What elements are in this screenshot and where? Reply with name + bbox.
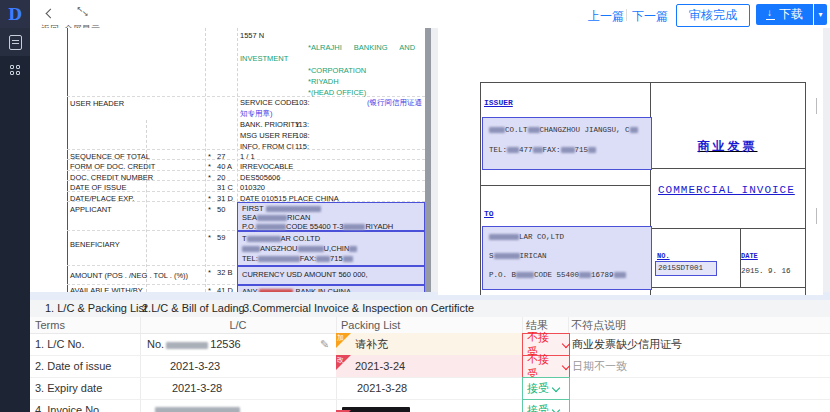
chevron-down-icon bbox=[562, 361, 570, 369]
edit-icon[interactable]: ✎ bbox=[320, 333, 329, 355]
remark-cell: 日期不一致 bbox=[572, 355, 627, 377]
lc-cell: 2021-3-23 bbox=[170, 355, 220, 377]
term-cell: 3. Expiry date bbox=[35, 377, 102, 399]
result-select[interactable]: 不接受 bbox=[522, 355, 570, 378]
document-icon bbox=[9, 35, 22, 50]
col-terms: Terms bbox=[35, 317, 65, 333]
chevron-down-icon bbox=[552, 383, 560, 391]
review-complete-button[interactable]: 审核完成 bbox=[676, 4, 750, 27]
sidebar: D bbox=[0, 0, 30, 412]
advising-bank-line1: *ALRAJHI BANKING AND bbox=[308, 43, 415, 52]
swift-lc-document[interactable]: 1557 N *ALRAJHI BANKING AND INVESTMENT *… bbox=[30, 28, 425, 292]
app-window: D 返回 全屏显示 上一篇 下一篇 审核完成 下载 ▾ bbox=[0, 0, 830, 412]
amount-label: AMOUNT (POS . /NEG . TOL . (%)) bbox=[70, 271, 188, 280]
bank-stamp-note: (银行间信用证通 bbox=[367, 98, 422, 108]
topbar: 返回 全屏显示 上一篇 下一篇 审核完成 下载 ▾ bbox=[30, 0, 830, 29]
sidebar-item-modules[interactable] bbox=[0, 56, 30, 84]
term-cell: 1. L/C No. bbox=[35, 333, 85, 355]
advising-bank-line5: *(HEAD OFFICE) bbox=[308, 88, 366, 97]
invoice-no-highlight[interactable]: 2015SDT001 bbox=[655, 261, 717, 276]
swift-table-border bbox=[67, 28, 68, 292]
link-divider bbox=[626, 9, 627, 21]
packing-cell: 加 请补充 bbox=[336, 333, 522, 355]
advising-bank-line3: *CORPORATION bbox=[308, 66, 366, 75]
applicant-highlight[interactable]: FIRST SEARICAN P.O.CODE 55400 T-3RIYADH bbox=[237, 202, 425, 231]
app-logo[interactable]: D bbox=[0, 0, 30, 28]
invoice-no-label: NO. bbox=[657, 252, 670, 260]
packing-cell: 改 2021-3-24 bbox=[336, 355, 522, 377]
result-select[interactable]: 接受 bbox=[522, 377, 570, 400]
invoice-date-label: DATE bbox=[741, 252, 758, 260]
invoice-title-en: COMMERCIAL INVOICE bbox=[658, 184, 795, 196]
amount-highlight[interactable]: CURRENCY USD AMOUNT 560 000, bbox=[237, 266, 425, 285]
advising-bank-line2: INVESTMENT bbox=[240, 54, 288, 63]
user-header-label: USER HEADER bbox=[70, 99, 124, 108]
grid-icon bbox=[10, 65, 21, 76]
beneficiary-label: BENEFICIARY bbox=[70, 240, 120, 249]
packing-cell: 2021-3-28 bbox=[336, 377, 522, 399]
result-select[interactable]: 接受 bbox=[522, 399, 570, 412]
available-label: AVAILABLE WITH/BY bbox=[70, 286, 143, 292]
download-button[interactable]: 下载 bbox=[756, 4, 813, 25]
chevron-down-icon bbox=[562, 339, 570, 347]
document-scrollbar[interactable] bbox=[425, 28, 431, 292]
lc-cell bbox=[155, 399, 240, 412]
fullscreen-icon bbox=[77, 8, 88, 17]
tab-lc-packing-list[interactable]: 1. L/C & Packing List bbox=[45, 300, 147, 316]
col-remark: 不符点说明 bbox=[571, 317, 626, 333]
discrepancy-table: Terms L/C Packing List 结果 不符点说明 1. L/C N… bbox=[30, 317, 830, 412]
commercial-invoice-document[interactable]: ISSUER CO.LTCHANGZHOU JIANGSU, C TEL:477… bbox=[438, 28, 823, 295]
lc-cell: 2021-3-28 bbox=[172, 377, 222, 399]
to-label: TO bbox=[484, 209, 494, 218]
next-article-link[interactable]: 下一篇 bbox=[632, 8, 668, 25]
back-icon bbox=[45, 9, 55, 19]
sidebar-item-documents[interactable] bbox=[0, 28, 30, 56]
download-dropdown-caret[interactable]: ▾ bbox=[814, 4, 827, 25]
logo-letter: D bbox=[8, 5, 22, 24]
tab-invoice-inspection[interactable]: 3.Commercial Invoice & Inspection on Cer… bbox=[243, 300, 474, 316]
advising-bank-line4: *RIYADH bbox=[308, 77, 339, 86]
invoice-title-cn: 商业发票 bbox=[650, 138, 805, 155]
applicant-label: APPLICANT bbox=[70, 205, 112, 214]
prev-article-link[interactable]: 上一篇 bbox=[588, 8, 624, 25]
issuer-highlight[interactable]: CO.LTCHANGZHOU JIANGSU, C TEL:477FAX:715 bbox=[482, 117, 652, 170]
chevron-down-icon bbox=[552, 405, 560, 412]
download-icon bbox=[766, 9, 775, 20]
comparison-tabs: 1. L/C & Packing List 2.L/C & Bill of La… bbox=[30, 300, 830, 318]
col-packing-list: Packing List bbox=[341, 317, 400, 333]
invoice-date-value: 2015. 9. 16 bbox=[741, 267, 791, 275]
term-cell: 4. Invoice No. bbox=[35, 399, 102, 412]
term-cell: 2. Date of issue bbox=[35, 355, 111, 377]
remark-cell: 商业发票缺少信用证号 bbox=[572, 333, 682, 355]
packing-cell bbox=[336, 399, 522, 412]
beneficiary-highlight[interactable]: TAR CO.LTD ANGZHOUU,CHIN TEL:FAX:715 bbox=[237, 231, 425, 266]
swift-header-line: 1557 N bbox=[240, 31, 264, 40]
issuer-label: ISSUER bbox=[484, 98, 513, 107]
tab-lc-bill-of-lading[interactable]: 2.L/C & Bill of Lading bbox=[142, 300, 245, 316]
lc-cell: No.12536 bbox=[147, 333, 241, 355]
available-highlight[interactable]: ANY BANK IN CHINA bbox=[237, 285, 425, 292]
col-lc: L/C bbox=[140, 317, 336, 333]
to-highlight[interactable]: LAR CO,LTD SIRICAN P.O. BCODE 5540016789 bbox=[482, 226, 652, 290]
